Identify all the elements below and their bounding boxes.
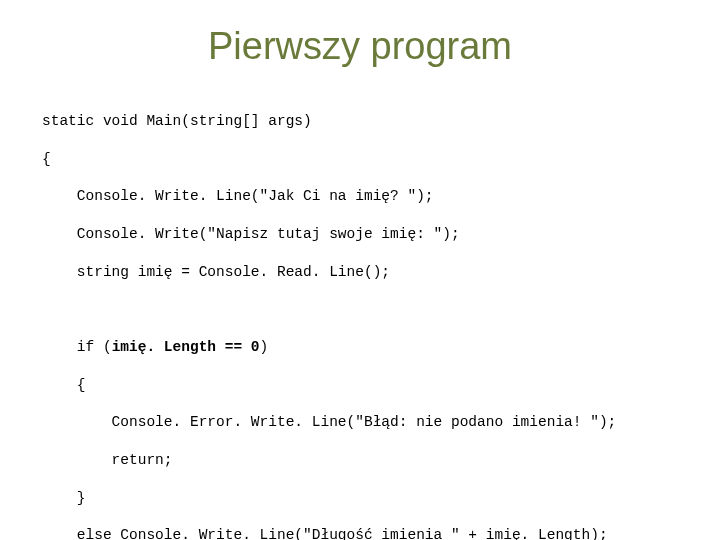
code-text: if ( xyxy=(42,339,112,355)
code-bold: imię. Length == 0 xyxy=(112,339,260,355)
code-text: ) xyxy=(260,339,269,355)
code-line: { xyxy=(42,376,680,395)
code-line: static void Main(string[] args) xyxy=(42,112,680,131)
code-line: { xyxy=(42,150,680,169)
page-title: Pierwszy program xyxy=(40,25,680,68)
code-line: Console. Write("Napisz tutaj swoje imię:… xyxy=(42,225,680,244)
code-block: static void Main(string[] args) { Consol… xyxy=(40,93,680,540)
code-line: Console. Write. Line("Jak Ci na imię? ")… xyxy=(42,187,680,206)
code-line: Console. Error. Write. Line("Błąd: nie p… xyxy=(42,413,680,432)
code-line: } xyxy=(42,489,680,508)
code-line xyxy=(42,300,680,319)
code-line: string imię = Console. Read. Line(); xyxy=(42,263,680,282)
code-line: else Console. Write. Line("Długość imien… xyxy=(42,526,680,540)
code-line: return; xyxy=(42,451,680,470)
code-line: if (imię. Length == 0) xyxy=(42,338,680,357)
